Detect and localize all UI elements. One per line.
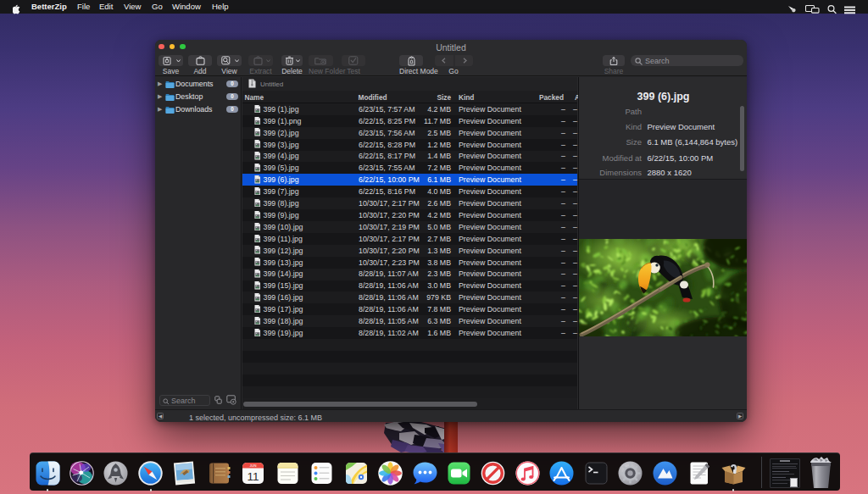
svg-text:11: 11 bbox=[248, 470, 259, 483]
svg-text:JUN: JUN bbox=[250, 463, 257, 468]
